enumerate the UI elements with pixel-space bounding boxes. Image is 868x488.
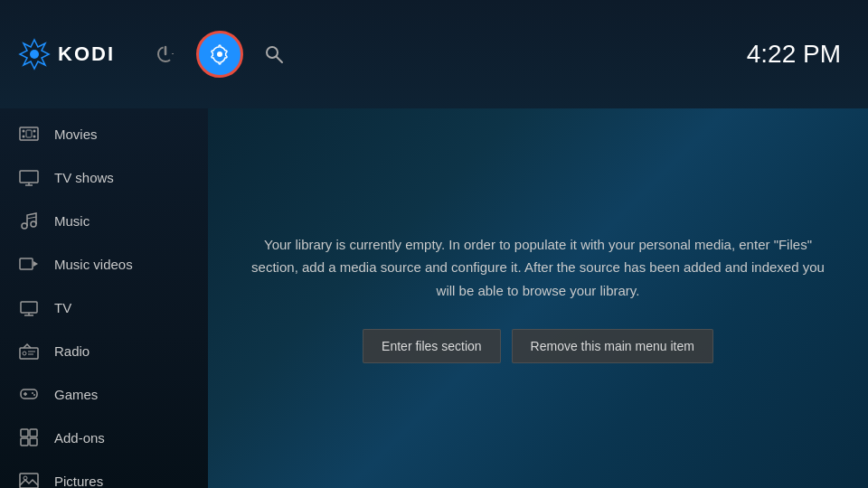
music-videos-icon — [18, 253, 40, 275]
svg-rect-34 — [30, 429, 37, 436]
radio-label: Radio — [54, 343, 90, 359]
sidebar-item-radio[interactable]: Radio — [0, 329, 208, 372]
svg-point-1 — [30, 50, 39, 59]
tv-shows-label: TV shows — [54, 170, 114, 185]
radio-icon — [18, 340, 40, 361]
tv-icon — [18, 296, 40, 318]
svg-rect-36 — [30, 438, 37, 446]
music-label: Music — [54, 213, 90, 229]
svg-rect-33 — [21, 429, 28, 436]
svg-rect-19 — [20, 258, 33, 269]
sidebar-item-music-videos[interactable]: Music videos — [0, 242, 208, 286]
music-icon — [18, 210, 40, 231]
sidebar-item-pictures[interactable]: Pictures — [0, 459, 208, 488]
music-videos-label: Music videos — [54, 257, 133, 272]
top-icons — [142, 31, 297, 78]
search-button[interactable] — [250, 31, 297, 78]
clock: 4:22 PM — [747, 40, 841, 69]
kodi-logo: KODI — [18, 38, 115, 70]
add-ons-label: Add-ons — [54, 430, 105, 446]
library-message: Your library is currently empty. In orde… — [249, 233, 827, 303]
svg-rect-35 — [21, 438, 28, 446]
svg-rect-13 — [20, 171, 38, 183]
svg-rect-7 — [20, 127, 38, 140]
kodi-logo-icon — [18, 38, 51, 70]
main-layout: Movies TV shows Music Music videos — [0, 108, 868, 488]
app-name: KODI — [58, 42, 115, 66]
pictures-label: Pictures — [54, 474, 103, 489]
content-area: Your library is currently empty. In orde… — [208, 108, 868, 488]
sidebar-item-music[interactable]: Music — [0, 199, 208, 242]
svg-rect-21 — [21, 302, 37, 313]
sidebar-item-tv-shows[interactable]: TV shows — [0, 155, 208, 199]
svg-point-17 — [31, 221, 36, 227]
svg-point-9 — [23, 136, 25, 138]
svg-rect-12 — [26, 130, 32, 137]
svg-line-6 — [277, 57, 282, 62]
svg-point-32 — [33, 394, 35, 396]
sidebar: Movies TV shows Music Music videos — [0, 108, 208, 488]
action-buttons: Enter files section Remove this main men… — [363, 329, 713, 363]
sidebar-item-movies[interactable]: Movies — [0, 112, 208, 155]
svg-line-18 — [27, 217, 36, 219]
sidebar-item-tv[interactable]: TV — [0, 286, 208, 329]
svg-rect-37 — [20, 474, 38, 488]
settings-icon — [209, 43, 231, 65]
movies-label: Movies — [54, 127, 98, 142]
sidebar-item-games[interactable]: Games — [0, 372, 208, 416]
movies-icon — [18, 123, 40, 145]
tv-label: TV — [54, 300, 71, 315]
remove-menu-item-button[interactable]: Remove this main menu item — [512, 329, 713, 363]
svg-point-16 — [22, 223, 27, 229]
svg-point-25 — [23, 352, 26, 355]
svg-point-10 — [33, 130, 36, 133]
svg-point-8 — [23, 130, 25, 133]
games-icon — [18, 383, 40, 405]
add-ons-icon — [18, 427, 40, 448]
games-label: Games — [54, 387, 98, 402]
top-bar: KODI 4:22 PM — [0, 0, 868, 108]
enter-files-button[interactable]: Enter files section — [363, 329, 501, 363]
svg-point-11 — [33, 136, 36, 138]
power-icon — [156, 44, 175, 64]
svg-point-31 — [32, 392, 33, 394]
settings-button[interactable] — [196, 31, 243, 78]
power-button[interactable] — [142, 31, 189, 78]
svg-point-5 — [267, 47, 278, 58]
svg-marker-20 — [33, 261, 38, 267]
svg-rect-28 — [21, 389, 37, 399]
tv-shows-icon — [18, 166, 40, 188]
search-icon — [264, 44, 284, 64]
pictures-icon — [18, 470, 40, 488]
svg-point-4 — [217, 52, 222, 57]
sidebar-item-add-ons[interactable]: Add-ons — [0, 416, 208, 459]
